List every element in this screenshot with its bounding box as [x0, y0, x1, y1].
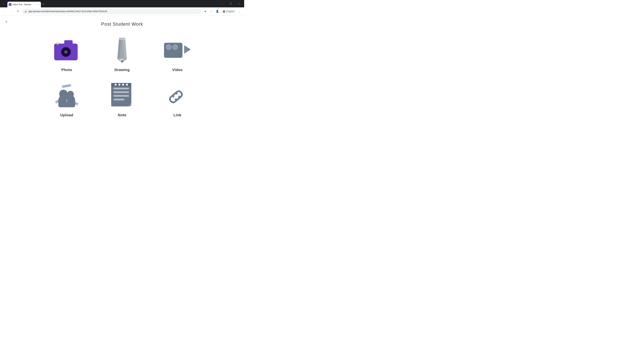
- video-icon-wrap: [164, 37, 191, 64]
- active-tab[interactable]: S Select Tool - Seesaw ×: [8, 2, 41, 7]
- notepad-hole-1: [114, 84, 116, 86]
- notepad-holes: [111, 83, 131, 86]
- drawing-icon-wrap: [109, 37, 136, 64]
- tab-nav-area: ‹: [1, 1, 6, 6]
- tools-grid: ✦ Photo: [30, 33, 214, 121]
- extensions-button[interactable]: 🣿: [209, 9, 214, 14]
- note-icon: [111, 83, 133, 108]
- tab-favicon: S: [9, 3, 12, 6]
- video-label: Video: [172, 68, 183, 72]
- maximize-button[interactable]: ❐: [227, 0, 234, 7]
- close-window-button[interactable]: ×: [235, 0, 243, 7]
- main-content: × Post Student Work ✦ Photo: [0, 15, 244, 124]
- bookmark-button[interactable]: ★: [202, 9, 208, 14]
- flash-star-icon: ✦: [55, 40, 60, 47]
- tool-photo[interactable]: ✦ Photo: [40, 33, 94, 75]
- notepad-hole-4: [126, 84, 128, 86]
- video-camera-icon: [164, 40, 191, 60]
- cam-body: [164, 43, 182, 58]
- note-label: Note: [118, 113, 126, 117]
- tool-link[interactable]: Link: [150, 79, 204, 121]
- notepad-corner: [128, 103, 131, 106]
- link-icon: [164, 84, 191, 107]
- camera-lens-inner: [64, 50, 68, 54]
- window-controls: − ❐ ×: [218, 0, 243, 7]
- photo-label: Photo: [62, 68, 72, 72]
- close-page-button[interactable]: ×: [3, 19, 10, 25]
- link-icon-wrap: [164, 82, 191, 109]
- camera-lens: [61, 47, 71, 57]
- notepad-line-3: [114, 95, 129, 97]
- security-icon: 🔒: [24, 10, 27, 12]
- notepad-hole-3: [122, 84, 124, 86]
- photo-icon-wrap: ✦: [53, 37, 80, 64]
- camera-hump: [64, 40, 72, 43]
- notepad-line-4: [114, 99, 124, 100]
- tool-upload[interactable]: FILE PHOTO VIDEO ↑ Upload: [40, 79, 94, 121]
- profile-button[interactable]: 👤: [215, 9, 220, 14]
- forward-button[interactable]: →: [9, 9, 14, 14]
- upload-icon: FILE PHOTO VIDEO ↑: [53, 84, 80, 107]
- incognito-button[interactable]: 🥷 Incognito: [221, 9, 236, 13]
- upload-label: Upload: [60, 113, 73, 117]
- upload-photo-tag: PHOTO: [62, 84, 72, 88]
- notepad-line-2: [114, 91, 129, 93]
- note-icon-wrap: [109, 82, 136, 109]
- page-title: Post Student Work: [3, 19, 241, 33]
- notepad-hole-2: [118, 84, 120, 86]
- upload-icon-wrap: FILE PHOTO VIDEO ↑: [53, 82, 80, 109]
- tool-video[interactable]: Video: [150, 33, 204, 75]
- cam-lens-right: [172, 44, 178, 50]
- tab-strip: S Select Tool - Seesaw × +: [7, 0, 218, 7]
- new-tab-button[interactable]: +: [41, 2, 46, 7]
- link-chain-icon: [165, 85, 190, 106]
- browser-actions: ★ 🣿 👤 🥷 Incognito ⋮: [202, 9, 242, 14]
- cam-triangle: [184, 45, 191, 54]
- svg-rect-7: [119, 39, 125, 40]
- notepad-body: [111, 83, 131, 106]
- address-bar-row: ← → ↻ 🔒 app.seesaw.me/#/item/new/class/c…: [0, 7, 244, 15]
- address-bar[interactable]: 🔒 app.seesaw.me/#/item/new/class/class.e…: [22, 9, 201, 14]
- back-button[interactable]: ←: [2, 9, 8, 14]
- tab-title: Select Tool - Seesaw: [12, 3, 36, 6]
- browser-menu-button[interactable]: ⋮: [237, 9, 242, 14]
- tab-close-button[interactable]: ×: [37, 3, 40, 6]
- cloud-upload: ↑: [58, 94, 75, 107]
- photo-icon: ✦: [54, 40, 79, 60]
- incognito-icon: 🥷: [223, 10, 225, 12]
- browser-chrome: ‹ S Select Tool - Seesaw × + − ❐ ×: [0, 0, 244, 7]
- refresh-button[interactable]: ↻: [16, 9, 21, 14]
- tool-note[interactable]: Note: [95, 79, 149, 121]
- cam-lens-left: [166, 44, 172, 50]
- link-label: Link: [174, 113, 181, 117]
- tool-drawing[interactable]: Drawing: [95, 33, 149, 75]
- drawing-label: Drawing: [114, 68, 130, 72]
- drawing-pencil-icon: [114, 37, 130, 64]
- tab-back-btn[interactable]: ‹: [1, 1, 6, 6]
- url-text: app.seesaw.me/#/item/new/class/class.e01…: [28, 10, 199, 12]
- cloud-arrow-icon: ↑: [66, 97, 68, 104]
- camera-flash: ✦: [55, 40, 60, 47]
- notepad-line-1: [114, 88, 129, 89]
- minimize-button[interactable]: −: [218, 0, 226, 7]
